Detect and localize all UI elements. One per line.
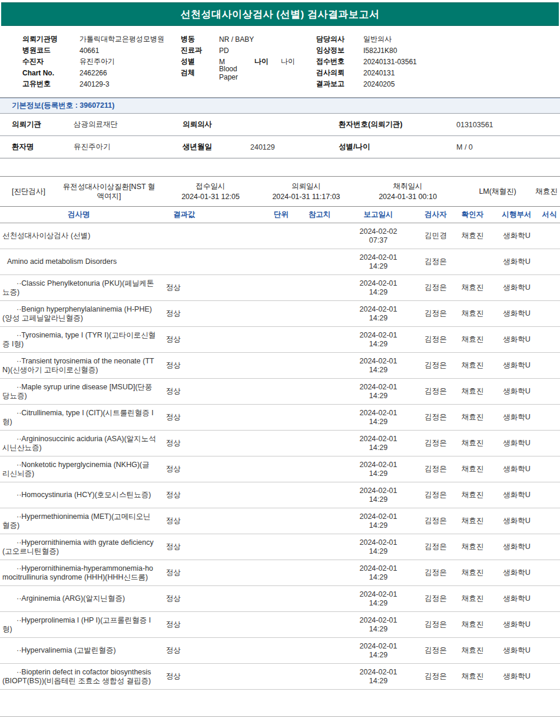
- results-header-row: 검사명결과값단위참고치보고일시검사자확인자시행부서서식: [0, 207, 560, 223]
- results-rows: 선천성대사이상검사 (선별)2024-02-0207:37김민경채효진생화학UA…: [0, 223, 560, 690]
- report-datetime: 2024-02-0114:29: [336, 383, 421, 401]
- department-name: 생화학U: [495, 671, 539, 681]
- test-name: ··Argininosuccinic aciduria (ASA)(알지노석시닌…: [0, 431, 158, 456]
- report-datetime: 2024-02-0114:29: [336, 590, 421, 608]
- report-time: 14:29: [336, 651, 421, 660]
- header-field: 진료과PD: [181, 45, 316, 56]
- tester-name: 김정은: [421, 490, 450, 500]
- header-field: 담당의사일반의사: [316, 34, 560, 45]
- tester-name: 김정은: [421, 386, 450, 396]
- tester-name: 김정은: [421, 594, 450, 604]
- report-date: 2024-02-01: [336, 409, 421, 418]
- result-row: ··Classic Phenylketonuria (PKU)(페닐케톤뇨증)정…: [0, 275, 560, 301]
- department-name: 생화학U: [495, 542, 539, 552]
- receipt-time-value: 2024-01-31 12:05: [162, 191, 259, 202]
- header-field-label: 성별: [181, 57, 219, 67]
- confirmer-name: 채효진: [450, 620, 495, 630]
- header-field: 병동NR / BABY: [181, 34, 316, 45]
- header-field-label: 진료과: [181, 45, 219, 55]
- header-field-label: 고유번호: [22, 79, 79, 89]
- result-value: 정상: [158, 360, 259, 370]
- report-time: 14:29: [336, 469, 421, 478]
- report-date: 2024-02-01: [336, 642, 421, 651]
- result-row: ··Homocystinuria (HCY)(호모시스틴뇨증)정상2024-02…: [0, 482, 560, 508]
- result-value: 정상: [158, 568, 259, 578]
- column-header: 검사명: [0, 210, 158, 220]
- report-date: 2024-02-01: [336, 279, 421, 288]
- basic-info-label: 환자명: [12, 142, 74, 152]
- header-field-value: 유진주아기: [79, 57, 115, 67]
- header-field: 검사의뢰20240131: [316, 67, 560, 78]
- report-time: 14:29: [336, 314, 421, 323]
- result-row: ··Argininosuccinic aciduria (ASA)(알지노석시닌…: [0, 431, 560, 456]
- report-datetime: 2024-02-0114:29: [336, 357, 421, 375]
- confirmer-name: 채효진: [450, 542, 495, 552]
- test-name: ··Hypervalinemia (고발린혈증): [0, 643, 158, 658]
- basic-info-value: 013103561: [456, 121, 560, 129]
- header-field: 임상정보I582J1K80: [316, 45, 560, 56]
- tester-name: 김정은: [421, 257, 450, 267]
- report-datetime: 2024-02-0114:29: [336, 279, 421, 297]
- header-field-label: 임상정보: [316, 45, 363, 55]
- test-name: ··Maple syrup urine disease [MSUD](단풍당뇨증…: [0, 379, 158, 404]
- exam-receipt-time: 접수일시 2024-01-31 12:05: [162, 181, 259, 202]
- test-name: ··Transient tyrosinemia of the neonate (…: [0, 353, 158, 378]
- report-title-bar: 선천성대사이상검사 (선별) 검사결과보고서: [1, 2, 559, 26]
- report-date: 2024-02-01: [336, 512, 421, 521]
- exam-tag: [진단검사]: [0, 187, 56, 197]
- tester-name: 김정은: [421, 646, 450, 656]
- test-name: ··Benign hyperphenylalaninemia (H-PHE)(양…: [0, 302, 158, 326]
- header-field: 병원코드40661: [22, 45, 181, 56]
- header-field: 결과보고20240205: [316, 78, 560, 90]
- header-column-left: 의뢰기관명가톨릭대학교은평성모병원병원코드40661수진자유진주아기Chart …: [0, 34, 181, 90]
- exam-request-time: 의뢰일시 2024-01-31 11:17:03: [259, 181, 353, 202]
- result-value: 정상: [158, 309, 259, 319]
- report-time: 14:29: [336, 599, 421, 608]
- department-name: 생화학U: [495, 231, 539, 241]
- confirmer-name: 채효진: [450, 490, 495, 500]
- request-time-label: 의뢰일시: [259, 181, 353, 191]
- test-name: ··Hyperprolinemia I (HP I)(고프롤린혈증 I형): [0, 613, 158, 637]
- confirmer-name: 채효진: [450, 646, 495, 656]
- result-value: 정상: [158, 516, 259, 526]
- confirmer-name: 채효진: [450, 309, 495, 319]
- test-name: ··Citrullinemia, type I (CIT)(시트룰린혈증 I형): [0, 405, 158, 430]
- department-name: 생화학U: [495, 412, 539, 422]
- report-date: 2024-02-01: [336, 357, 421, 366]
- basic-info-label: 생년월일: [183, 142, 250, 152]
- confirmer-name: 채효진: [450, 386, 495, 396]
- result-row: ··Hypervalinemia (고발린혈증)정상2024-02-0114:2…: [0, 638, 560, 664]
- basic-info-banner: 기본정보(등록번호 : 39607211): [0, 98, 560, 113]
- confirmer-name: 채효진: [450, 438, 495, 448]
- department-name: 생화학U: [495, 386, 539, 396]
- department-name: 생화학U: [495, 568, 539, 578]
- department-name: 생화학U: [495, 335, 539, 345]
- report-time: 14:29: [336, 573, 421, 582]
- column-header: 검사자: [421, 210, 450, 220]
- basic-info-value: 유진주아기: [74, 142, 183, 152]
- report-date: 2024-02-01: [336, 564, 421, 573]
- department-name: 생화학U: [495, 646, 539, 656]
- header-field: 의뢰기관명가톨릭대학교은평성모병원: [22, 34, 181, 45]
- department-name: 생화학U: [495, 464, 539, 474]
- result-row: ··Citrullinemia, type I (CIT)(시트룰린혈증 I형)…: [0, 405, 560, 431]
- report-time: 14:29: [336, 340, 421, 349]
- test-name: ··Classic Phenylketonuria (PKU)(페닐케톤뇨증): [0, 276, 158, 300]
- column-header: 보고일시: [336, 210, 421, 219]
- basic-info-label: 의뢰기관: [12, 120, 74, 130]
- exam-confirmer: 채효진: [533, 187, 560, 197]
- report-datetime: 2024-02-0114:29: [336, 668, 421, 686]
- result-value: 정상: [158, 646, 259, 656]
- collect-time-label: 채취일시: [353, 181, 462, 191]
- header-field-label: 나이: [254, 57, 281, 67]
- header-field: Chart No.2462266: [22, 67, 181, 78]
- report-datetime: 2024-02-0114:29: [336, 538, 421, 556]
- department-name: 생화학U: [495, 438, 539, 448]
- report-datetime: 2024-02-0114:29: [336, 616, 421, 634]
- column-header: 확인자: [450, 210, 495, 220]
- header-field: 접수번호20240131-03561: [316, 56, 560, 67]
- report-time: 14:29: [336, 392, 421, 401]
- basic-info-banner-label: 기본정보(등록번호 : 39607211): [12, 101, 114, 111]
- report-time: 14:29: [336, 677, 421, 686]
- page-title: 선천성대사이상검사 (선별) 검사결과보고서: [181, 8, 380, 21]
